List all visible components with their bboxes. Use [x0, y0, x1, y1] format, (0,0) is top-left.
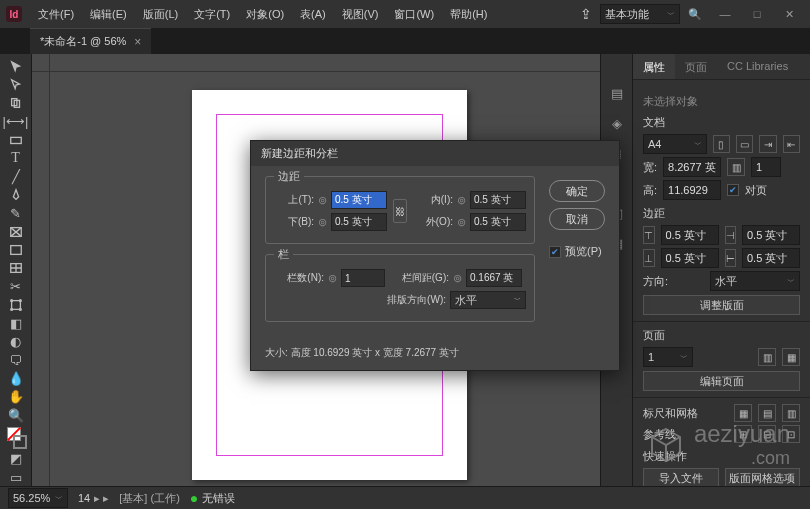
note-tool[interactable]: 🗨 — [3, 352, 29, 369]
orientation-portrait-icon[interactable]: ▯ — [713, 135, 730, 153]
status-ok-icon: ● — [190, 490, 198, 506]
writing-direction-select[interactable]: 水平 — [450, 291, 526, 309]
zoom-select[interactable]: 56.25% — [8, 488, 68, 508]
orientation-landscape-icon[interactable]: ▭ — [736, 135, 753, 153]
menu-window[interactable]: 窗口(W) — [388, 3, 440, 26]
gradient-feather-tool[interactable]: ◐ — [3, 333, 29, 350]
margin-bottom-input[interactable] — [661, 248, 719, 268]
gap-tool[interactable]: |⟷| — [3, 113, 29, 130]
pencil-tool[interactable]: ✎ — [3, 205, 29, 222]
rectangle-frame-tool[interactable] — [3, 223, 29, 240]
preview-checkbox[interactable]: ✔ — [549, 246, 561, 258]
maximize-button[interactable]: □ — [742, 4, 772, 24]
page-navigator[interactable]: 14 ▸ ▸ — [78, 492, 109, 505]
bottom-margin-input[interactable] — [331, 213, 387, 231]
scissors-tool[interactable]: ✂ — [3, 278, 29, 295]
tab-cc-libraries[interactable]: CC Libraries — [717, 54, 798, 79]
pages-icon[interactable]: ▥ — [727, 158, 745, 176]
workspace-switcher[interactable]: 基本功能 — [600, 4, 680, 24]
free-transform-tool[interactable] — [3, 296, 29, 313]
grid-icon1[interactable]: ▦ — [734, 404, 752, 422]
tab-properties[interactable]: 属性 — [633, 54, 675, 79]
menu-help[interactable]: 帮助(H) — [444, 3, 493, 26]
gradient-swatch-tool[interactable]: ◧ — [3, 315, 29, 332]
guide-icon1[interactable]: ⊞ — [734, 425, 752, 443]
apply-color-tool[interactable]: ◩ — [3, 450, 29, 467]
minimize-button[interactable]: — — [710, 4, 740, 24]
pages-panel-icon[interactable]: ▤ — [608, 84, 626, 102]
eyedropper-tool[interactable]: 💧 — [3, 370, 29, 387]
guide-icon3[interactable]: ⊡ — [782, 425, 800, 443]
margin-right-icon: ⊢ — [725, 249, 737, 267]
svg-point-7 — [10, 300, 12, 302]
titlebar: Id 文件(F) 编辑(E) 版面(L) 文字(T) 对象(O) 表(A) 视图… — [0, 0, 810, 28]
ruler-origin[interactable] — [32, 54, 50, 72]
table-tool[interactable] — [3, 260, 29, 277]
menu-type[interactable]: 文字(T) — [188, 3, 236, 26]
guide-icon2[interactable]: ⊟ — [758, 425, 776, 443]
link-margins-icon[interactable]: ⛓ — [393, 199, 407, 223]
hand-tool[interactable]: ✋ — [3, 388, 29, 405]
layout-grid-options-button[interactable]: 版面网格选项 — [725, 468, 801, 486]
height-label: 高: — [643, 183, 657, 198]
margins-columns-dialog: 新建边距和分栏 边距 上(T):⊚ 下(B):⊚ ⛓ 内(I):⊚ 外(O):⊚ — [250, 140, 620, 371]
selection-tool[interactable] — [3, 58, 29, 75]
layers-panel-icon[interactable]: ◈ — [608, 114, 626, 132]
direct-selection-tool[interactable] — [3, 76, 29, 93]
menu-view[interactable]: 视图(V) — [336, 3, 385, 26]
view-mode-tool[interactable]: ▭ — [3, 469, 29, 486]
document-tab[interactable]: *未命名-1 @ 56% × — [30, 28, 151, 54]
adjust-layout-button[interactable]: 调整版面 — [643, 295, 800, 315]
orientation-select[interactable]: 水平 — [710, 271, 800, 291]
height-input[interactable] — [663, 180, 721, 200]
top-margin-input[interactable] — [331, 191, 387, 209]
mode-indicator[interactable]: [基本] (工作) — [119, 491, 180, 506]
menu-object[interactable]: 对象(O) — [240, 3, 290, 26]
document-tab-close-icon[interactable]: × — [134, 35, 141, 49]
page-tool-icon2[interactable]: ▦ — [782, 348, 800, 366]
menu-table[interactable]: 表(A) — [294, 3, 332, 26]
svg-rect-2 — [10, 137, 21, 143]
margin-right-input[interactable] — [742, 248, 800, 268]
import-file-button[interactable]: 导入文件 — [643, 468, 719, 486]
menu-file[interactable]: 文件(F) — [32, 3, 80, 26]
grid-icon2[interactable]: ▤ — [758, 404, 776, 422]
pen-tool[interactable] — [3, 186, 29, 203]
type-tool[interactable]: T — [3, 150, 29, 167]
ruler-horizontal[interactable] — [50, 54, 600, 72]
document-section-label: 文档 — [643, 115, 800, 130]
binding-rtl-icon[interactable]: ⇤ — [783, 135, 800, 153]
margin-top-input[interactable] — [661, 225, 719, 245]
column-count-input[interactable] — [341, 269, 385, 287]
gutter-input[interactable] — [466, 269, 522, 287]
zoom-tool[interactable]: 🔍 — [3, 407, 29, 424]
share-icon[interactable]: ⇪ — [580, 6, 592, 22]
width-input[interactable] — [663, 157, 721, 177]
grid-icon3[interactable]: ▥ — [782, 404, 800, 422]
content-collector-tool[interactable] — [3, 131, 29, 148]
ok-button[interactable]: 确定 — [549, 180, 605, 202]
menu-edit[interactable]: 编辑(E) — [84, 3, 133, 26]
page-preset-select[interactable]: A4 — [643, 134, 707, 154]
close-button[interactable]: ✕ — [774, 4, 804, 24]
error-status[interactable]: 无错误 — [202, 491, 235, 506]
edit-pages-button[interactable]: 编辑页面 — [643, 371, 800, 391]
menu-layout[interactable]: 版面(L) — [137, 3, 184, 26]
line-tool[interactable]: ╱ — [3, 168, 29, 185]
facing-pages-checkbox[interactable]: ✔ — [727, 184, 739, 196]
inside-margin-input[interactable] — [470, 191, 526, 209]
ruler-vertical[interactable] — [32, 72, 50, 486]
svg-rect-4 — [10, 246, 21, 255]
page-tool-icon1[interactable]: ▥ — [758, 348, 776, 366]
cancel-button[interactable]: 取消 — [549, 208, 605, 230]
outside-margin-input[interactable] — [470, 213, 526, 231]
tab-pages[interactable]: 页面 — [675, 54, 717, 79]
page-tool[interactable] — [3, 95, 29, 112]
fill-stroke-swatch[interactable] — [3, 425, 29, 449]
rectangle-tool[interactable] — [3, 241, 29, 258]
binding-ltr-icon[interactable]: ⇥ — [759, 135, 776, 153]
margin-left-input[interactable] — [742, 225, 800, 245]
page-select[interactable]: 1 — [643, 347, 693, 367]
search-icon[interactable]: 🔍 — [688, 8, 702, 21]
units-input[interactable] — [751, 157, 781, 177]
